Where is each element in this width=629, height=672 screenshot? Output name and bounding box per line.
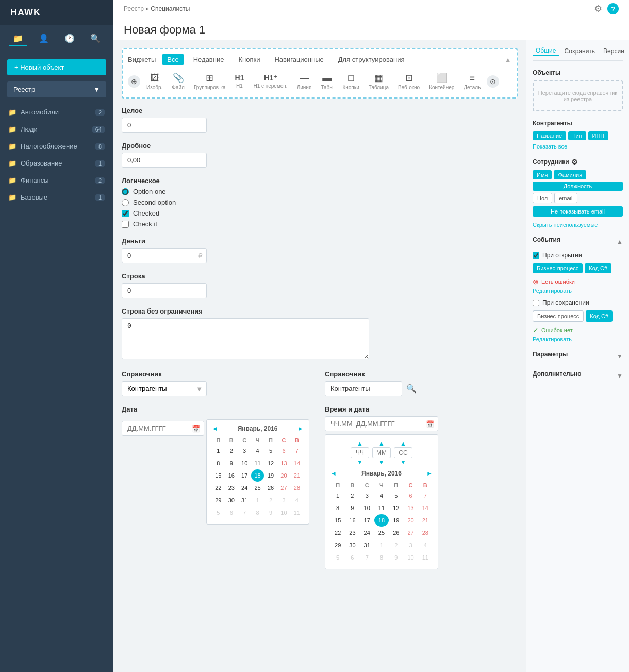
breadcrumb-registry[interactable]: Реестр [124,5,144,12]
field-string-input[interactable] [122,283,207,298]
calendar-day[interactable]: 5 [330,551,345,564]
calendar-day[interactable]: 15 [212,469,225,482]
employees-gear-icon[interactable]: ⚙ [571,158,578,166]
help-icon[interactable]: ? [607,3,619,14]
calendar-day[interactable]: 4 [374,489,389,502]
widget-group[interactable]: ⊞ Группиров-ка [191,70,229,92]
calendar-day[interactable]: 6 [345,551,359,564]
show-all-link[interactable]: Показать все [533,143,623,150]
minutes-input[interactable] [372,447,391,458]
sidebar-item-education[interactable]: 📁 Образование 1 [0,155,113,172]
hours-up-button[interactable]: ▲ [357,440,363,447]
gear-icon[interactable]: ⚙ [594,3,602,14]
calendar-day[interactable]: 28 [418,527,433,539]
rp-tab-versions[interactable]: Версии [600,46,627,56]
calendar-day[interactable]: 7 [418,489,433,502]
calendar-day[interactable]: 6 [225,506,238,519]
calendar-day[interactable]: 14 [290,457,303,469]
widget-file[interactable]: 📎 Файл [169,70,188,92]
calendar-day[interactable]: 9 [345,502,359,514]
collapse-icon[interactable]: ▲ [504,56,511,64]
calendar-icon[interactable]: 📅 [192,424,200,432]
new-object-button[interactable]: + Новый объект [7,59,106,75]
field-decimal-input[interactable] [122,153,207,168]
on-open-csharp-button[interactable]: Код C# [585,263,611,273]
calendar-datetime-icon[interactable]: 📅 [426,420,434,428]
calendar-day[interactable]: 8 [374,551,389,564]
calendar-right-prev-button[interactable]: ◄ [330,470,337,477]
field-money-input[interactable] [122,248,207,263]
widget-next-button[interactable]: ⊙ [487,75,499,88]
rp-events-header[interactable]: События ▲ [533,236,623,248]
calendar-day[interactable]: 24 [238,482,251,494]
on-open-checkbox[interactable] [533,252,539,259]
tag-name[interactable]: Название [533,131,566,140]
minutes-up-button[interactable]: ▲ [378,440,385,447]
edit-link-save[interactable]: Редактировать [533,336,623,342]
calendar-day[interactable]: 29 [330,539,345,551]
calendar-day[interactable]: 5 [264,445,277,457]
calendar-day[interactable]: 25 [251,482,264,494]
calendar-day[interactable]: 31 [238,494,251,506]
calendar-day[interactable]: 26 [389,527,403,539]
calendar-day[interactable]: 19 [264,469,277,482]
widget-tab-recent[interactable]: Недавние [188,54,229,65]
calendar-day[interactable]: 3 [238,445,251,457]
calendar-day[interactable]: 11 [290,506,303,519]
calendar-day[interactable]: 15 [330,514,345,527]
on-save-csharp-button[interactable]: Код C# [586,310,613,322]
field-integer-input[interactable] [122,118,207,133]
rp-extra-header[interactable]: Дополнительно ▼ [533,370,623,382]
checkbox-checked[interactable]: Checked [122,209,518,217]
search-icon[interactable]: 🔍 [86,31,105,46]
hide-email-button[interactable]: Не показывать email [533,206,623,217]
calendar-day[interactable]: 2 [345,489,359,502]
checkbox-check-it-input[interactable] [122,221,129,228]
widget-image[interactable]: 🖼 Изобр. [143,71,165,92]
calendar-day[interactable]: 9 [389,551,403,564]
radio-option-two-input[interactable] [122,199,129,206]
calendar-day[interactable]: 11 [374,502,389,514]
widget-table[interactable]: ▦ Таблица [366,70,392,92]
calendar-day[interactable]: 6 [403,489,418,502]
calendar-day[interactable]: 17 [360,514,374,527]
calendar-day[interactable]: 24 [360,527,374,539]
sidebar-item-cars[interactable]: 📁 Автомобили 2 [0,104,113,121]
drag-drop-area[interactable]: Перетащите сюда справочник из реестра [533,80,623,111]
calendar-day[interactable]: 7 [238,506,251,519]
on-save-bizprocess-button[interactable]: Бизнес-процесс [533,310,584,322]
widget-tabs-w[interactable]: ▬ Табы [318,71,336,92]
calendar-day[interactable]: 30 [225,494,238,506]
widget-h1-var[interactable]: H1⁺ Н1 с перемен. [250,72,290,91]
widget-tab-buttons[interactable]: Кнопки [233,54,265,65]
checkbox-checked-input[interactable] [122,210,129,217]
widget-container[interactable]: ⬜ Контейнер [426,70,457,92]
tag-lastname[interactable]: Фамилия [554,170,586,179]
calendar-day[interactable]: 10 [403,551,418,564]
widget-prev-button[interactable]: ⊕ [128,75,140,88]
calendar-day[interactable]: 10 [277,506,290,519]
user-icon[interactable]: 👤 [35,31,53,46]
calendar-day[interactable]: 19 [389,514,403,527]
calendar-day[interactable]: 20 [403,514,418,527]
radio-option-two[interactable]: Second option [122,199,518,206]
radio-option-one-input[interactable] [122,188,129,195]
calendar-next-button[interactable]: ► [297,425,304,432]
minutes-down-button[interactable]: ▼ [378,458,385,466]
calendar-day[interactable]: 25 [374,527,389,539]
calendar-day[interactable]: 8 [251,506,264,519]
calendar-day[interactable]: 18 [251,469,264,482]
calendar-day[interactable]: 9 [225,457,238,469]
calendar-day[interactable]: 3 [277,494,290,506]
widget-tab-all[interactable]: Все [162,54,184,65]
calendar-day[interactable]: 9 [264,506,277,519]
calendar-day[interactable]: 23 [345,527,359,539]
calendar-day[interactable]: 16 [345,514,359,527]
calendar-day[interactable]: 31 [360,539,374,551]
calendar-day[interactable]: 18 [374,514,389,527]
calendar-day[interactable]: 1 [212,445,225,457]
calendar-day[interactable]: 21 [418,514,433,527]
edit-link-open[interactable]: Редактировать [533,288,623,294]
calendar-day[interactable]: 11 [251,457,264,469]
checkbox-check-it[interactable]: Check it [122,220,518,228]
